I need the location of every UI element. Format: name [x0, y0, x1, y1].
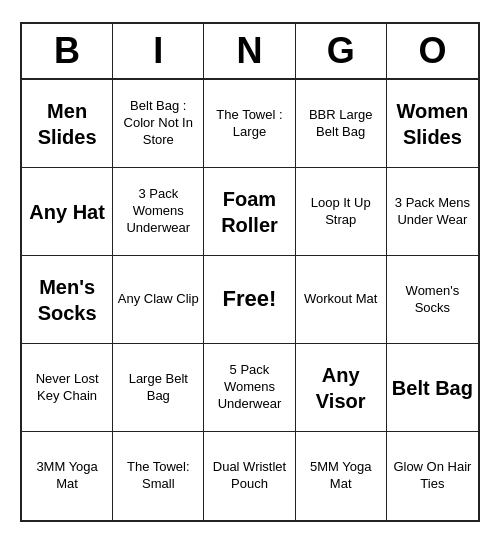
bingo-cell: 5MM Yoga Mat: [296, 432, 387, 520]
cell-label: Large Belt Bag: [117, 371, 199, 405]
cell-label: Loop It Up Strap: [300, 195, 382, 229]
cell-label: Any Hat: [29, 199, 105, 225]
cell-label: Free!: [223, 285, 277, 314]
bingo-grid: Men SlidesBelt Bag : Color Not In StoreT…: [22, 80, 478, 520]
cell-label: Never Lost Key Chain: [26, 371, 108, 405]
bingo-cell: Glow On Hair Ties: [387, 432, 478, 520]
bingo-cell: Large Belt Bag: [113, 344, 204, 432]
cell-label: Belt Bag: [392, 375, 473, 401]
bingo-cell: BBR Large Belt Bag: [296, 80, 387, 168]
cell-label: 3 Pack Mens Under Wear: [391, 195, 474, 229]
bingo-cell: Belt Bag : Color Not In Store: [113, 80, 204, 168]
bingo-cell: Men's Socks: [22, 256, 113, 344]
cell-label: Glow On Hair Ties: [391, 459, 474, 493]
bingo-cell: Any Visor: [296, 344, 387, 432]
bingo-header-letter: G: [296, 24, 387, 78]
bingo-cell: Any Hat: [22, 168, 113, 256]
cell-label: Foam Roller: [208, 186, 290, 238]
cell-label: Belt Bag : Color Not In Store: [117, 98, 199, 149]
cell-label: Any Claw Clip: [118, 291, 199, 308]
cell-label: Any Visor: [300, 362, 382, 414]
bingo-cell: Workout Mat: [296, 256, 387, 344]
bingo-cell: Free!: [204, 256, 295, 344]
cell-label: The Towel : Large: [208, 107, 290, 141]
cell-label: Men's Socks: [26, 274, 108, 326]
bingo-cell: 5 Pack Womens Underwear: [204, 344, 295, 432]
bingo-cell: Any Claw Clip: [113, 256, 204, 344]
cell-label: 5MM Yoga Mat: [300, 459, 382, 493]
bingo-cell: 3 Pack Womens Underwear: [113, 168, 204, 256]
cell-label: BBR Large Belt Bag: [300, 107, 382, 141]
cell-label: Dual Wristlet Pouch: [208, 459, 290, 493]
bingo-cell: The Towel: Small: [113, 432, 204, 520]
bingo-cell: Foam Roller: [204, 168, 295, 256]
bingo-header-letter: O: [387, 24, 478, 78]
bingo-cell: 3 Pack Mens Under Wear: [387, 168, 478, 256]
cell-label: Men Slides: [26, 98, 108, 150]
bingo-cell: 3MM Yoga Mat: [22, 432, 113, 520]
cell-label: 5 Pack Womens Underwear: [208, 362, 290, 413]
cell-label: Workout Mat: [304, 291, 377, 308]
bingo-cell: Women's Socks: [387, 256, 478, 344]
cell-label: Women Slides: [391, 98, 474, 150]
bingo-cell: Loop It Up Strap: [296, 168, 387, 256]
cell-label: 3 Pack Womens Underwear: [117, 186, 199, 237]
bingo-cell: Belt Bag: [387, 344, 478, 432]
bingo-header-letter: N: [204, 24, 295, 78]
cell-label: 3MM Yoga Mat: [26, 459, 108, 493]
bingo-header-letter: B: [22, 24, 113, 78]
bingo-cell: Women Slides: [387, 80, 478, 168]
cell-label: The Towel: Small: [117, 459, 199, 493]
cell-label: Women's Socks: [391, 283, 474, 317]
bingo-card: BINGO Men SlidesBelt Bag : Color Not In …: [20, 22, 480, 522]
bingo-cell: The Towel : Large: [204, 80, 295, 168]
bingo-header-letter: I: [113, 24, 204, 78]
bingo-cell: Men Slides: [22, 80, 113, 168]
bingo-header: BINGO: [22, 24, 478, 80]
bingo-cell: Dual Wristlet Pouch: [204, 432, 295, 520]
bingo-cell: Never Lost Key Chain: [22, 344, 113, 432]
